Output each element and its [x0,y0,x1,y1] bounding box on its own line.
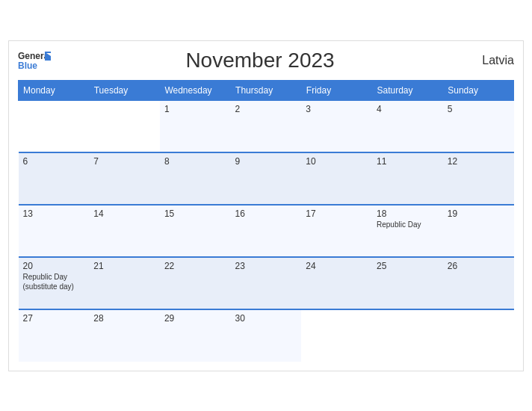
header-sunday: Sunday [443,81,514,100]
weekday-header-row: Monday Tuesday Wednesday Thursday Friday… [19,81,514,100]
day-number: 6 [23,156,85,167]
day-number: 27 [23,313,85,324]
day-number: 21 [93,261,155,271]
week-row-2: 6789101112 [19,152,514,205]
day-number: 11 [377,156,439,167]
day-number: 16 [235,208,297,219]
logo-icon: General Blue [18,49,51,72]
day-cell: 19 [443,205,514,257]
day-cell: 25 [372,257,443,309]
day-number: 29 [164,313,226,324]
day-cell: 24 [301,257,372,309]
day-number: 12 [448,156,510,167]
day-number: 20 [23,261,85,271]
header-wednesday: Wednesday [160,81,231,100]
day-cell: 20Republic Day(substitute day) [19,257,90,309]
day-number: 3 [306,104,368,114]
day-number: 28 [93,313,155,324]
day-number: 22 [164,261,226,271]
day-cell: 17 [301,205,372,257]
day-cell: 2 [231,100,302,152]
week-row-1: 12345 [19,100,514,152]
day-cell: 23 [231,257,302,309]
week-row-4: 20Republic Day(substitute day)2122232425… [19,257,514,309]
header-monday: Monday [19,81,90,100]
day-cell [372,309,443,362]
day-cell [443,309,514,362]
day-number: 13 [23,208,85,219]
day-cell: 8 [160,152,231,205]
day-number: 23 [235,261,297,271]
day-cell: 26 [443,257,514,309]
holiday-label: Republic Day [377,220,439,229]
logo: General Blue [18,49,51,72]
day-cell: 1 [160,100,231,152]
day-cell: 29 [160,309,231,362]
day-cell: 3 [301,100,372,152]
day-cell [301,309,372,362]
day-cell: 22 [160,257,231,309]
calendar-title: November 2023 [51,49,469,72]
day-number: 7 [93,156,155,167]
calendar-header: General Blue November 2023 Latvia [18,49,514,72]
day-number: 2 [235,104,297,114]
day-number: 15 [164,208,226,219]
day-cell: 9 [231,152,302,205]
day-number: 19 [448,208,510,219]
svg-marker-2 [45,52,51,61]
day-number: 10 [306,156,368,167]
day-cell: 7 [89,152,160,205]
country-name: Latvia [469,54,514,67]
week-row-3: 131415161718Republic Day19 [19,205,514,257]
day-cell [19,100,90,152]
holiday-label: (substitute day) [23,282,85,291]
day-number: 26 [448,261,510,271]
header-saturday: Saturday [372,81,443,100]
day-cell: 10 [301,152,372,205]
day-number: 5 [448,104,510,114]
day-cell: 4 [372,100,443,152]
day-number: 9 [235,156,297,167]
day-cell: 5 [443,100,514,152]
day-number: 24 [306,261,368,271]
day-cell: 15 [160,205,231,257]
holiday-label: Republic Day [23,273,85,281]
day-number: 18 [377,208,439,219]
day-number: 30 [235,313,297,324]
day-cell: 18Republic Day [372,205,443,257]
day-cell: 12 [443,152,514,205]
calendar-container: General Blue November 2023 Latvia Monday… [8,40,524,371]
week-row-5: 27282930 [19,309,514,362]
day-number: 17 [306,208,368,219]
header-thursday: Thursday [231,81,302,100]
svg-text:Blue: Blue [18,61,37,71]
day-cell: 21 [89,257,160,309]
day-number: 14 [93,208,155,219]
day-cell: 30 [231,309,302,362]
day-number: 25 [377,261,439,271]
header-tuesday: Tuesday [89,81,160,100]
day-cell: 6 [19,152,90,205]
day-cell: 28 [89,309,160,362]
day-cell: 14 [89,205,160,257]
day-cell: 16 [231,205,302,257]
day-cell [89,100,160,152]
header-friday: Friday [301,81,372,100]
day-number: 8 [164,156,226,167]
day-cell: 13 [19,205,90,257]
day-number: 4 [377,104,439,114]
day-cell: 27 [19,309,90,362]
day-cell: 11 [372,152,443,205]
calendar-grid: Monday Tuesday Wednesday Thursday Friday… [18,80,514,362]
day-number: 1 [164,104,226,114]
